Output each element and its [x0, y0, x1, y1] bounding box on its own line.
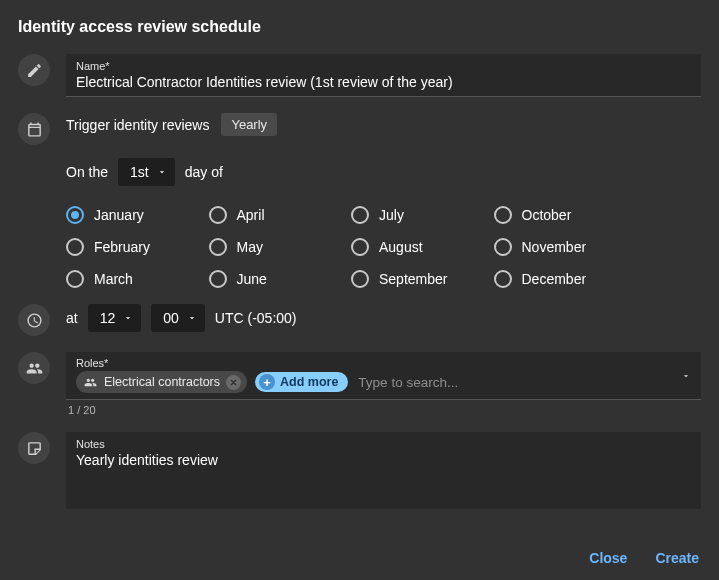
- day-dropdown[interactable]: 1st: [118, 158, 175, 186]
- radio-icon: [351, 238, 369, 256]
- months-group: JanuaryAprilJulyOctoberFebruaryMayAugust…: [66, 206, 626, 288]
- day-value: 1st: [130, 164, 149, 180]
- month-label: December: [522, 271, 587, 287]
- hour-dropdown[interactable]: 12: [88, 304, 142, 332]
- remove-chip-icon[interactable]: [226, 375, 241, 390]
- name-field[interactable]: Name* Electrical Contractor Identities r…: [66, 54, 701, 97]
- month-label: November: [522, 239, 587, 255]
- hour-value: 12: [100, 310, 116, 326]
- month-label: August: [379, 239, 423, 255]
- month-label: January: [94, 207, 144, 223]
- month-label: October: [522, 207, 572, 223]
- edit-icon: [18, 54, 50, 86]
- month-label: April: [237, 207, 265, 223]
- radio-icon: [494, 270, 512, 288]
- month-radio-november[interactable]: November: [494, 238, 627, 256]
- add-more-label: Add more: [280, 375, 338, 389]
- name-value: Electrical Contractor Identities review …: [76, 74, 691, 90]
- notes-label: Notes: [76, 438, 691, 450]
- month-radio-september[interactable]: September: [351, 270, 484, 288]
- radio-icon: [209, 270, 227, 288]
- radio-icon: [351, 270, 369, 288]
- chevron-down-icon: [123, 313, 133, 323]
- month-label: February: [94, 239, 150, 255]
- frequency-badge[interactable]: Yearly: [221, 113, 277, 136]
- role-chip-label: Electrical contractors: [104, 375, 220, 389]
- month-label: September: [379, 271, 447, 287]
- clock-icon: [18, 304, 50, 336]
- radio-icon: [66, 270, 84, 288]
- on-the-label: On the: [66, 164, 108, 180]
- month-radio-february[interactable]: February: [66, 238, 199, 256]
- month-radio-may[interactable]: May: [209, 238, 342, 256]
- roles-search-input[interactable]: [356, 374, 691, 391]
- add-more-chip[interactable]: + Add more: [255, 372, 348, 392]
- minute-value: 00: [163, 310, 179, 326]
- at-label: at: [66, 310, 78, 326]
- month-label: July: [379, 207, 404, 223]
- create-button[interactable]: Create: [655, 550, 699, 566]
- month-label: May: [237, 239, 263, 255]
- roles-label: Roles*: [76, 357, 691, 369]
- radio-icon: [209, 206, 227, 224]
- month-radio-march[interactable]: March: [66, 270, 199, 288]
- roles-field[interactable]: Roles* Electrical contractors + Add more: [66, 352, 701, 400]
- notes-field[interactable]: Notes Yearly identities review: [66, 432, 701, 509]
- month-radio-october[interactable]: October: [494, 206, 627, 224]
- radio-icon: [494, 238, 512, 256]
- radio-icon: [494, 206, 512, 224]
- name-label: Name*: [76, 60, 691, 72]
- radio-icon: [351, 206, 369, 224]
- people-icon: [18, 352, 50, 384]
- radio-icon: [209, 238, 227, 256]
- month-radio-december[interactable]: December: [494, 270, 627, 288]
- chevron-down-icon[interactable]: [681, 367, 691, 385]
- trigger-label: Trigger identity reviews: [66, 117, 209, 133]
- dialog-actions: Close Create: [589, 550, 699, 566]
- day-of-label: day of: [185, 164, 223, 180]
- tz-label: UTC (-05:00): [215, 310, 297, 326]
- radio-icon: [66, 206, 84, 224]
- month-label: June: [237, 271, 267, 287]
- month-label: March: [94, 271, 133, 287]
- note-icon: [18, 432, 50, 464]
- dialog-title: Identity access review schedule: [18, 18, 701, 36]
- chevron-down-icon: [157, 167, 167, 177]
- role-chip[interactable]: Electrical contractors: [76, 371, 247, 393]
- month-radio-april[interactable]: April: [209, 206, 342, 224]
- radio-icon: [66, 238, 84, 256]
- close-button[interactable]: Close: [589, 550, 627, 566]
- roles-counter: 1 / 20: [68, 404, 701, 416]
- month-radio-july[interactable]: July: [351, 206, 484, 224]
- chevron-down-icon: [187, 313, 197, 323]
- plus-icon: +: [259, 374, 275, 390]
- minute-dropdown[interactable]: 00: [151, 304, 205, 332]
- notes-value: Yearly identities review: [76, 452, 691, 468]
- calendar-icon: [18, 113, 50, 145]
- dialog: Identity access review schedule Name* El…: [0, 0, 719, 525]
- month-radio-january[interactable]: January: [66, 206, 199, 224]
- month-radio-august[interactable]: August: [351, 238, 484, 256]
- month-radio-june[interactable]: June: [209, 270, 342, 288]
- people-icon: [82, 374, 98, 390]
